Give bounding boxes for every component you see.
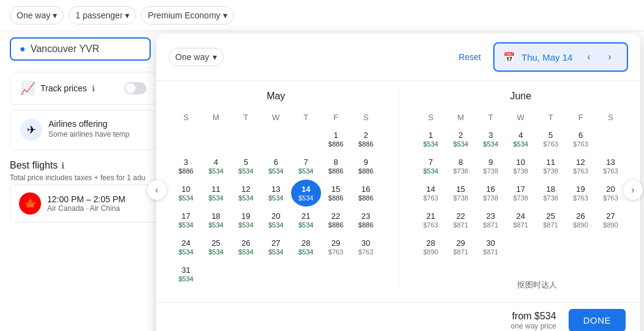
day-cell[interactable]: 6$763 — [566, 126, 596, 153]
day-price: $871 — [513, 221, 528, 229]
day-price: $738 — [483, 167, 498, 175]
day-header: T — [231, 109, 261, 126]
day-cell[interactable]: 18$738 — [536, 180, 566, 207]
day-cell[interactable]: 7$534 — [291, 153, 321, 180]
day-cell[interactable]: 29$871 — [445, 234, 475, 261]
day-cell[interactable]: 7$534 — [416, 153, 446, 180]
done-button[interactable]: DONE — [569, 309, 626, 331]
day-cell[interactable]: 21$763 — [416, 207, 446, 234]
calendar-prev-arrow[interactable]: ‹ — [147, 180, 167, 200]
day-cell[interactable]: 11$738 — [536, 153, 566, 180]
day-cell[interactable]: 3$534 — [475, 126, 506, 153]
day-cell[interactable]: 25$871 — [536, 207, 566, 234]
day-cell[interactable]: 24$534 — [171, 234, 201, 261]
day-cell[interactable]: 28$890 — [416, 234, 446, 261]
day-cell[interactable]: 5$534 — [231, 153, 261, 180]
day-cell[interactable]: 17$738 — [506, 180, 536, 207]
day-cell[interactable]: 15$886 — [321, 180, 351, 207]
day-number: 28 — [426, 238, 435, 248]
day-cell[interactable]: 20$534 — [261, 207, 291, 234]
day-number: 19 — [576, 185, 585, 194]
day-cell[interactable]: 5$763 — [536, 126, 566, 153]
day-cell[interactable]: 15$738 — [445, 180, 475, 207]
trip-type-selector[interactable]: One way ▾ — [10, 6, 64, 25]
day-cell[interactable]: 2$886 — [351, 126, 381, 153]
date-next-button[interactable]: › — [601, 48, 618, 66]
day-cell[interactable]: 25$534 — [201, 234, 231, 261]
day-cell[interactable]: 1$534 — [416, 126, 446, 153]
day-cell[interactable]: 27$890 — [596, 207, 626, 234]
day-number: 4 — [518, 131, 523, 140]
day-price: $886 — [178, 167, 193, 175]
day-price: $738 — [513, 167, 528, 175]
day-cell[interactable]: 10$738 — [506, 153, 536, 180]
day-cell[interactable]: 30$871 — [475, 234, 506, 261]
day-cell[interactable]: 1$886 — [321, 126, 351, 153]
calendar-next-arrow[interactable]: › — [623, 180, 643, 200]
passengers-selector[interactable]: 1 passenger ▾ — [69, 6, 136, 25]
day-cell[interactable]: 27$534 — [261, 234, 291, 261]
day-cell[interactable]: 18$534 — [201, 207, 231, 234]
day-cell[interactable]: 11$534 — [201, 180, 231, 207]
date-display[interactable]: 📅 Thu, May 14 ‹ › — [493, 42, 628, 72]
day-cell[interactable]: 21$534 — [291, 207, 321, 234]
day-cell[interactable]: 3$886 — [171, 153, 201, 180]
day-cell[interactable]: 2$534 — [445, 126, 475, 153]
day-cell[interactable]: 16$886 — [351, 180, 381, 207]
day-number: 31 — [181, 265, 190, 275]
day-number: 7 — [428, 158, 433, 167]
flight-time: 12:00 PM – 2:05 PM — [47, 194, 126, 204]
origin-value: Vancouver YVR — [31, 44, 99, 55]
day-cell[interactable]: 23$871 — [475, 207, 506, 234]
day-cell[interactable]: 4$534 — [201, 153, 231, 180]
day-price: $534 — [298, 221, 313, 229]
day-cell[interactable]: 9$886 — [351, 153, 381, 180]
best-flights-title: Best flights — [10, 160, 58, 171]
day-number: 26 — [576, 211, 585, 221]
day-cell[interactable]: 10$534 — [171, 180, 201, 207]
reset-button[interactable]: Reset — [458, 52, 481, 62]
cabin-class-selector[interactable]: Premium Economy ▾ — [141, 6, 233, 25]
day-cell[interactable]: 19$763 — [566, 180, 596, 207]
day-cell[interactable]: 14$534 — [291, 180, 321, 207]
day-cell[interactable]: 29$763 — [321, 234, 351, 261]
day-cell[interactable]: 20$763 — [596, 180, 626, 207]
day-cell[interactable]: 13$763 — [596, 153, 626, 180]
day-cell[interactable]: 4$534 — [506, 126, 536, 153]
day-number: 17 — [517, 185, 525, 194]
calendar-trip-type[interactable]: One way ▾ — [169, 48, 224, 66]
day-cell[interactable]: 24$871 — [506, 207, 536, 234]
day-header: S — [171, 109, 201, 126]
date-prev-button[interactable]: ‹ — [580, 48, 597, 66]
track-prices-toggle[interactable] — [124, 82, 146, 94]
day-cell[interactable]: 22$871 — [445, 207, 475, 234]
day-cell[interactable]: 12$534 — [231, 180, 261, 207]
day-cell[interactable]: 9$738 — [475, 153, 506, 180]
day-cell[interactable]: 17$534 — [171, 207, 201, 234]
day-cell[interactable]: 26$534 — [231, 234, 261, 261]
date-nav: ‹ › — [580, 48, 618, 66]
day-cell — [566, 234, 596, 261]
day-cell[interactable]: 8$738 — [445, 153, 475, 180]
day-cell[interactable]: 26$890 — [566, 207, 596, 234]
day-cell[interactable]: 31$534 — [171, 261, 201, 287]
day-cell[interactable]: 28$534 — [291, 234, 321, 261]
day-cell[interactable]: 12$763 — [566, 153, 596, 180]
day-cell[interactable]: 14$763 — [416, 180, 446, 207]
day-number: 5 — [244, 158, 248, 167]
origin-input[interactable]: ● Vancouver YVR — [10, 37, 151, 61]
day-number: 13 — [606, 158, 615, 167]
day-number: 14 — [426, 185, 435, 194]
day-cell[interactable]: 22$886 — [321, 207, 351, 234]
day-cell[interactable]: 6$534 — [261, 153, 291, 180]
day-price: $890 — [573, 221, 588, 229]
day-cell[interactable]: 13$534 — [261, 180, 291, 207]
day-cell[interactable]: 30$763 — [351, 234, 381, 261]
day-cell[interactable]: 19$534 — [231, 207, 261, 234]
day-cell[interactable]: 16$738 — [475, 180, 506, 207]
day-price: $886 — [358, 140, 373, 148]
day-price: $871 — [543, 221, 558, 229]
day-cell[interactable]: 8$886 — [321, 153, 351, 180]
day-cell[interactable]: 23$886 — [351, 207, 381, 234]
june-grid: SMTWTFS1$5342$5343$5344$5345$7636$7637$5… — [416, 109, 626, 261]
